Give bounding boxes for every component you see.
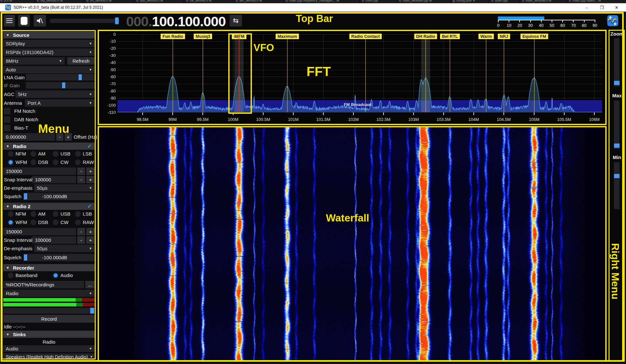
recorder-stream-select[interactable]: Radio▼ <box>3 290 95 297</box>
mode-radio-raw[interactable] <box>75 219 81 225</box>
vscode-tab[interactable]: Cusb_demod.h M <box>136 0 163 2</box>
deemphasis-select[interactable]: 50µs▼ <box>34 245 95 252</box>
vscode-tab[interactable]: Cd.h M <box>1 0 12 2</box>
radio2-bandwidth-input[interactable]: 150000 <box>3 228 76 235</box>
mode-radio-lsb[interactable] <box>75 211 81 217</box>
mute-button[interactable] <box>34 15 46 27</box>
browse-button[interactable]: ... <box>85 281 95 288</box>
mode-label[interactable]: RAW <box>83 219 94 226</box>
mode-label[interactable]: WFM <box>16 219 27 226</box>
mode-label[interactable]: NFM <box>16 151 26 157</box>
source-driver-select[interactable]: SDRplay▼ <box>3 40 95 47</box>
vscode-tab[interactable]: Cmain_window.h M <box>522 0 551 2</box>
mode-label[interactable]: LSB <box>83 151 92 157</box>
radio-bandwidth-input[interactable]: 150000 <box>3 167 76 175</box>
enabled-check-icon[interactable]: ✓ <box>87 203 92 210</box>
mode-radio-lsb[interactable] <box>75 151 81 157</box>
squelch-handle[interactable] <box>24 193 27 199</box>
bias-t-checkbox[interactable] <box>4 125 10 131</box>
maximize-button[interactable]: ❐ <box>594 3 609 12</box>
source-section-header[interactable]: ▼ Source <box>3 31 95 38</box>
zoom-slider[interactable] <box>614 38 620 87</box>
menu-toggle-button[interactable] <box>4 15 15 27</box>
refresh-button[interactable]: Refresh <box>67 57 95 65</box>
sinks-section-header[interactable]: ▼ Sinks <box>3 331 95 338</box>
mode-radio-cw[interactable] <box>53 219 59 225</box>
recorder-baseband-radio[interactable] <box>8 273 14 278</box>
mode-radio-raw[interactable] <box>75 159 81 165</box>
offset-minus-button[interactable]: - <box>56 133 63 141</box>
vscode-tab[interactable]: Cam_demod.h M <box>236 0 262 2</box>
bandwidth-plus-button[interactable]: + <box>86 228 95 235</box>
squelch-handle[interactable] <box>24 254 27 261</box>
if-gain-slider[interactable] <box>26 82 95 89</box>
sdrpp-logo-button[interactable] <box>607 15 618 26</box>
vscode-tab[interactable]: Cmain_window.cpp M <box>399 0 432 2</box>
mode-label[interactable]: AM <box>38 211 46 217</box>
snap-plus-button[interactable]: + <box>86 176 95 183</box>
samplerate-select[interactable]: 8MHz▼ <box>3 57 65 65</box>
mode-radio-usb[interactable] <box>53 151 59 157</box>
recorder-section-header[interactable]: ▼ Recorder <box>3 264 95 271</box>
min-slider[interactable] <box>614 162 620 209</box>
mode-label[interactable]: WFM <box>16 159 27 166</box>
agc-select[interactable]: 5Hz▼ <box>16 91 95 98</box>
recorder-baseband-label[interactable]: Baseband <box>16 272 38 279</box>
lna-gain-handle[interactable] <box>79 74 82 80</box>
bandwidth-minus-button[interactable]: - <box>77 228 85 235</box>
vscode-tab[interactable]: Cmain.cpp frequency_manager\... M <box>286 0 339 2</box>
antenna-select[interactable]: Port A▼ <box>25 99 95 107</box>
mode-radio-am[interactable] <box>30 151 36 157</box>
offset-input[interactable]: 0.000000 <box>3 133 55 141</box>
mode-radio-dsb[interactable] <box>30 219 36 225</box>
frequency-display[interactable]: 000.100.100.000 <box>126 14 226 29</box>
vscode-tab[interactable]: Ccore.cpp <box>362 0 378 2</box>
bandwidth-select[interactable]: Auto▼ <box>3 66 95 73</box>
recorder-volume-handle[interactable] <box>90 308 94 314</box>
mode-radio-wfm-selected[interactable] <box>8 219 14 225</box>
mode-radio-nfm[interactable] <box>8 151 14 157</box>
waterfall-display[interactable] <box>100 127 606 361</box>
recorder-audio-label[interactable]: Audio <box>60 272 73 279</box>
max-slider[interactable] <box>614 101 620 149</box>
vscode-tab[interactable]: Cfm_demod.h M <box>87 0 112 2</box>
bandwidth-plus-button[interactable]: + <box>86 167 95 175</box>
mode-label[interactable]: DSB <box>38 159 48 166</box>
dab-notch-checkbox[interactable] <box>4 116 10 123</box>
if-gain-handle[interactable] <box>62 82 65 88</box>
recorder-audio-radio-selected[interactable] <box>53 273 59 278</box>
zoom-slider-handle[interactable] <box>614 81 620 85</box>
min-slider-handle[interactable] <box>614 174 620 178</box>
sink-device-select[interactable]: Speakers (Realtek High Definition Audio)… <box>3 353 95 360</box>
fft-display[interactable] <box>100 31 606 124</box>
recording-path-input[interactable]: %ROOT%/Recordings <box>3 281 84 288</box>
mode-label[interactable]: CW <box>60 159 69 166</box>
fm-notch-checkbox[interactable] <box>4 108 10 114</box>
bandwidth-minus-button[interactable]: - <box>77 167 85 175</box>
tuning-mode-button[interactable]: ⇆ <box>230 15 242 27</box>
sink-type-select[interactable]: Audio▼ <box>3 345 95 352</box>
lna-gain-slider[interactable] <box>26 74 95 80</box>
record-button[interactable]: Record <box>3 315 95 323</box>
mode-label[interactable]: CW <box>60 219 69 226</box>
mode-radio-nfm[interactable] <box>8 211 14 217</box>
mode-label[interactable]: NFM <box>16 211 26 217</box>
snap-minus-button[interactable]: - <box>77 176 85 183</box>
snap-plus-button[interactable]: + <box>86 236 95 244</box>
minimize-button[interactable]: – <box>579 3 594 12</box>
deemphasis-select[interactable]: 50µs▼ <box>34 184 95 192</box>
vscode-tab[interactable]: Clsb_demod.h M <box>37 0 63 2</box>
source-device-select[interactable]: RSPdx (191106DA42)▼ <box>3 48 95 56</box>
mode-label[interactable]: AM <box>38 151 46 157</box>
close-button[interactable]: ✕ <box>609 3 624 12</box>
snap-minus-button[interactable]: - <box>77 236 85 244</box>
mode-label[interactable]: RAW <box>83 159 94 166</box>
volume-slider-handle[interactable] <box>115 17 119 24</box>
mode-label[interactable]: DSB <box>38 219 48 226</box>
snap-interval-input[interactable]: 100000 <box>32 176 76 183</box>
vscode-tab[interactable]: Cmain.cpp radio\... M <box>569 0 601 2</box>
stop-button[interactable] <box>18 15 30 27</box>
mode-radio-am[interactable] <box>30 211 36 217</box>
enabled-check-icon[interactable]: ✓ <box>87 143 92 150</box>
mode-label[interactable]: USB <box>60 151 70 157</box>
